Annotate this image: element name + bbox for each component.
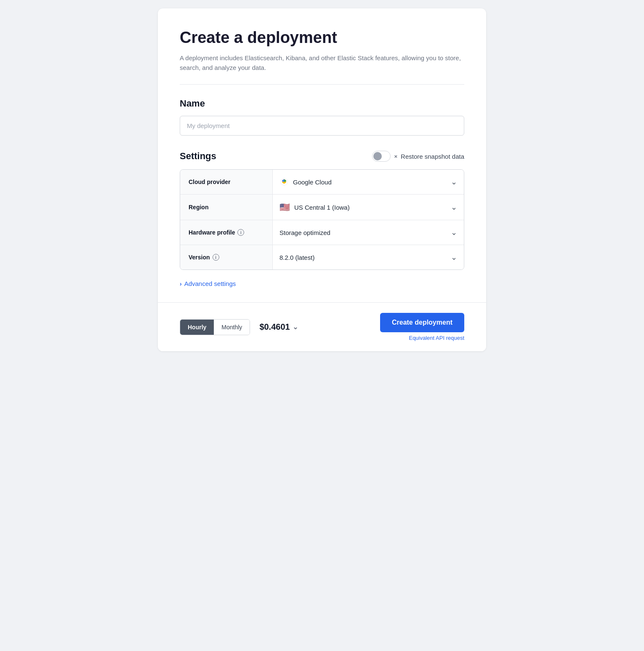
settings-section-label: Settings xyxy=(180,151,216,162)
name-section-label: Name xyxy=(180,98,464,109)
region-select[interactable]: 🇺🇸 US Central 1 (Iowa) ⌄ xyxy=(273,195,464,220)
deployment-name-input[interactable] xyxy=(180,116,464,136)
footer-right: Create deployment Equivalent API request xyxy=(380,313,464,341)
region-value: 🇺🇸 US Central 1 (Iowa) xyxy=(279,202,350,212)
monthly-billing-button[interactable]: Monthly xyxy=(214,320,250,335)
page-title: Create a deployment xyxy=(180,29,464,47)
hardware-profile-chevron-icon: ⌄ xyxy=(451,228,457,237)
region-row: Region 🇺🇸 US Central 1 (Iowa) ⌄ xyxy=(180,195,464,220)
hourly-billing-button[interactable]: Hourly xyxy=(180,320,214,335)
version-label: Version i xyxy=(180,245,273,269)
version-row: Version i 8.2.0 (latest) ⌄ xyxy=(180,245,464,269)
settings-table: Cloud provider Google Cloud ⌄ xyxy=(180,169,464,270)
cloud-provider-value: Google Cloud xyxy=(279,177,332,187)
cloud-provider-label: Cloud provider xyxy=(180,170,273,194)
restore-snapshot-label: Restore snapshot data xyxy=(401,153,464,160)
price-chevron-icon: ⌄ xyxy=(293,323,298,331)
page-description: A deployment includes Elasticsearch, Kib… xyxy=(180,53,464,73)
create-deployment-button[interactable]: Create deployment xyxy=(380,313,464,332)
restore-snapshot-control: × Restore snapshot data xyxy=(372,151,464,162)
us-flag-icon: 🇺🇸 xyxy=(279,202,290,212)
hardware-profile-value: Storage optimized xyxy=(279,229,330,236)
advanced-settings-link[interactable]: › Advanced settings xyxy=(180,280,464,287)
page-container: Create a deployment A deployment include… xyxy=(158,8,486,351)
version-value: 8.2.0 (latest) xyxy=(279,254,314,261)
hardware-profile-select[interactable]: Storage optimized ⌄ xyxy=(273,220,464,245)
gcp-logo-icon xyxy=(279,177,289,187)
footer-left: Hourly Monthly $0.4601 ⌄ xyxy=(180,319,298,335)
toggle-x-icon: × xyxy=(394,153,397,160)
price-display[interactable]: $0.4601 ⌄ xyxy=(259,322,298,332)
price-value: $0.4601 xyxy=(259,322,290,332)
hardware-profile-info-icon[interactable]: i xyxy=(237,229,244,236)
version-select[interactable]: 8.2.0 (latest) ⌄ xyxy=(273,245,464,269)
cloud-provider-chevron-icon: ⌄ xyxy=(451,177,457,187)
settings-header: Settings × Restore snapshot data xyxy=(180,151,464,162)
section-divider xyxy=(180,84,464,85)
hardware-profile-label: Hardware profile i xyxy=(180,220,273,245)
billing-toggle: Hourly Monthly xyxy=(180,319,250,335)
hardware-profile-row: Hardware profile i Storage optimized ⌄ xyxy=(180,220,464,245)
footer-bar: Hourly Monthly $0.4601 ⌄ Create deployme… xyxy=(158,302,486,351)
region-chevron-icon: ⌄ xyxy=(451,203,457,212)
equivalent-api-request-link[interactable]: Equivalent API request xyxy=(409,335,464,341)
advanced-chevron-icon: › xyxy=(180,280,182,287)
cloud-provider-row: Cloud provider Google Cloud ⌄ xyxy=(180,170,464,195)
version-info-icon[interactable]: i xyxy=(213,254,219,261)
cloud-provider-select[interactable]: Google Cloud ⌄ xyxy=(273,170,464,194)
region-label: Region xyxy=(180,195,273,220)
restore-snapshot-toggle[interactable] xyxy=(372,151,391,162)
version-chevron-icon: ⌄ xyxy=(451,253,457,262)
